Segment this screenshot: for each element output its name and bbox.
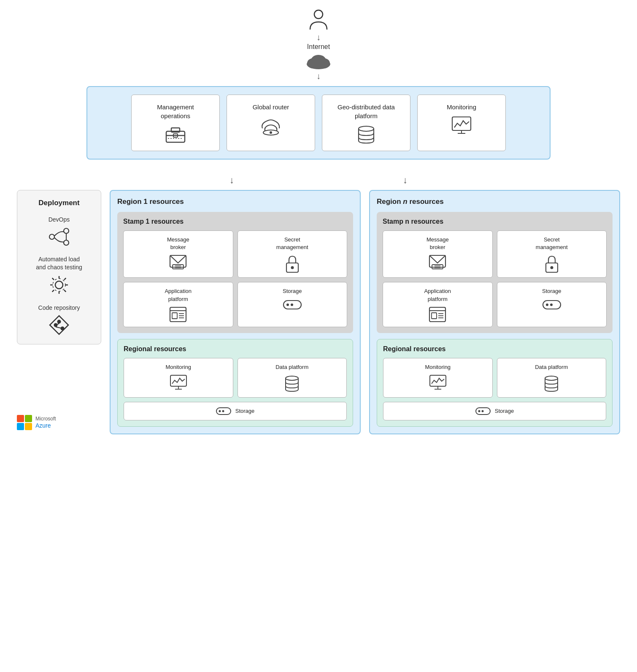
global-box-inner: Management operations Global router (95, 95, 542, 151)
svg-point-21 (53, 279, 65, 291)
svg-point-18 (64, 228, 69, 233)
sq-red (17, 415, 24, 422)
svg-point-12 (359, 126, 374, 131)
person-icon (308, 8, 329, 32)
arrow-down-2: ↓ (316, 71, 321, 81)
svg-point-32 (291, 266, 294, 269)
monitor-icon (451, 116, 472, 135)
regional1-storage-row: Storage (124, 402, 347, 420)
stampN-title: Stamp n resources (383, 218, 607, 225)
regionalN-monitoring-label: Monitoring (425, 363, 451, 371)
stamp1-msg-broker: Message broker (123, 230, 233, 278)
deployment-sidebar: Deployment DevOps Automated load and cha… (17, 190, 101, 344)
regional1-storage-label: Storage (235, 408, 255, 414)
storage-label1: Storage (283, 287, 302, 295)
svg-point-46 (286, 376, 298, 380)
mail-iconN (429, 255, 446, 270)
azure-label: Azure (35, 422, 56, 429)
arrow-regionN: ↓ (403, 175, 408, 186)
monitor-icon-rN (429, 374, 447, 390)
stampN-msg-broker: Message broker (383, 230, 493, 278)
stampN-app-platform: Application platform (383, 282, 493, 327)
msg-broker-labelN: Message broker (426, 236, 449, 251)
internet-section: ↓ Internet ↓ (17, 8, 620, 82)
regionalN-data-platform-label: Data platform (535, 363, 568, 371)
svg-point-55 (550, 266, 553, 269)
stamp1-storage: Storage (238, 282, 348, 327)
svg-point-49 (222, 410, 224, 412)
regional1-grid: Monitoring Data platform (124, 358, 347, 398)
storage-labelN: Storage (542, 287, 561, 295)
svg-point-69 (545, 376, 558, 380)
global-router-card: Global router (227, 95, 315, 151)
svg-point-20 (55, 281, 63, 289)
regionalN-title: Regional resources (383, 345, 606, 353)
internet-label: Internet (307, 43, 330, 51)
svg-point-11 (270, 131, 272, 134)
monitoring-card: Monitoring (417, 95, 506, 151)
svg-point-4 (311, 55, 326, 67)
storage-iconN (542, 299, 561, 311)
svg-point-72 (481, 410, 483, 412)
geo-data-card: Geo-distributed data platform (322, 95, 410, 151)
regionalN-data-platform: Data platform (497, 358, 607, 398)
region1-title: Region 1 resources (117, 198, 353, 206)
diagram-wrapper: ↓ Internet ↓ Management operations (0, 0, 637, 443)
repo-label: Code repository (38, 304, 80, 312)
devops-item: DevOps (48, 216, 70, 247)
regional1-monitoring: Monitoring (124, 358, 233, 398)
stampN-grid: Message broker Secret management (383, 230, 607, 327)
svg-point-17 (49, 234, 54, 239)
geo-data-label: Geo-distributed data platform (327, 103, 405, 120)
regionalN-storage-label: Storage (495, 408, 514, 414)
regionN-title: Region n resources (377, 198, 613, 206)
msg-broker-label1: Message broker (167, 236, 189, 251)
arrow-region1: ↓ (229, 175, 234, 186)
management-card: Management operations (131, 95, 220, 151)
region1-box: Region 1 resources Stamp 1 resources Mes… (110, 190, 361, 434)
secret-mgmt-labelN: Secret management (536, 236, 568, 251)
regional1-data-platform: Data platform (238, 358, 347, 398)
database-icon-rN (543, 374, 559, 393)
svg-point-22 (57, 320, 61, 324)
storage-icon-r1 (216, 406, 231, 416)
regionN-box: Region n resources Stamp n resources Mes… (369, 190, 620, 434)
svg-rect-58 (432, 313, 437, 319)
svg-point-71 (478, 410, 480, 412)
regionalN-grid: Monitoring Data platform (383, 358, 606, 398)
sq-green (25, 415, 32, 422)
regional1-title: Regional resources (124, 345, 347, 353)
storage-icon1 (283, 299, 302, 311)
stampN-storage: Storage (497, 282, 607, 327)
lock-iconN (544, 255, 559, 273)
mail-icon1 (169, 255, 187, 270)
settings-icon (49, 274, 70, 295)
svg-rect-35 (172, 313, 177, 319)
arrows-section: ↓ ↓ (17, 175, 620, 186)
database-icon-r1 (284, 374, 300, 393)
toolbox-icon (165, 125, 186, 143)
lock-icon1 (285, 255, 300, 273)
app-icon1 (169, 306, 187, 322)
app-platform-label1: Application platform (165, 287, 192, 303)
regionalN-box: Regional resources Monitoring (377, 339, 613, 427)
main-content-row: Deployment DevOps Automated load and cha… (17, 190, 620, 434)
stamp1-box: Stamp 1 resources Message broker (117, 212, 353, 333)
svg-point-40 (286, 303, 289, 306)
stamp1-title: Stamp 1 resources (123, 218, 347, 225)
devops-label: DevOps (49, 216, 70, 224)
monitoring-label: Monitoring (447, 103, 476, 111)
stampN-box: Stamp n resources Message broker (377, 212, 613, 333)
storage-icon-rN (475, 406, 491, 416)
repo-item: Code repository (38, 304, 80, 336)
app-iconN (429, 306, 446, 322)
router-icon (260, 116, 282, 136)
regional1-box: Regional resources Monitoring (117, 339, 353, 427)
stamp1-grid: Message broker Secret management (123, 230, 347, 327)
chaos-label: Automated load and chaos testing (36, 255, 82, 272)
sq-blue (17, 423, 24, 430)
secret-mgmt-label1: Secret management (276, 236, 308, 251)
regional1-monitoring-label: Monitoring (165, 363, 191, 371)
devops-icon (48, 227, 70, 247)
sq-yellow (25, 423, 32, 430)
